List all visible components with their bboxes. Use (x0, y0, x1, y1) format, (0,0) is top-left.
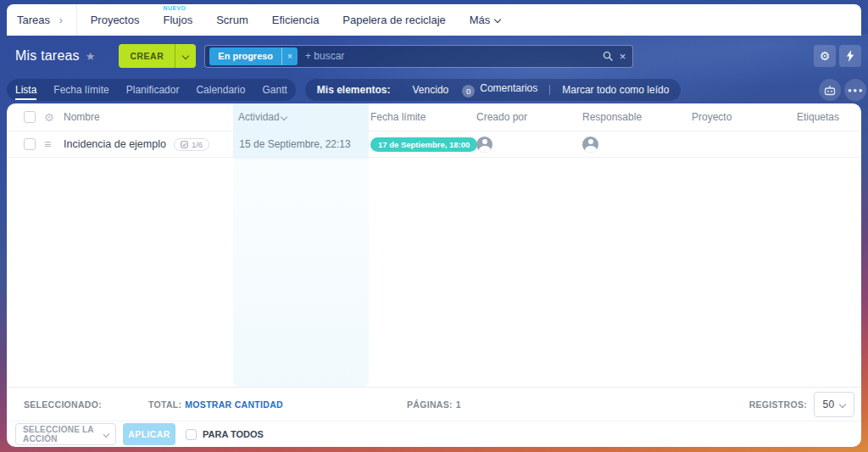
clear-search-icon[interactable]: × (620, 50, 626, 63)
task-deadline-cell: 17 de Septiembre, 18:00 (363, 137, 466, 152)
responsible-avatar[interactable] (582, 137, 598, 153)
checklist-progress: 1/6 (192, 140, 203, 149)
search-placeholder: + buscar (305, 50, 603, 62)
created-by-avatar[interactable] (476, 137, 492, 153)
nav-mas[interactable]: Más (470, 14, 501, 26)
column-etiquetas-label: Etiquetas (797, 111, 839, 123)
tab-gantt[interactable]: Gantt (253, 84, 295, 96)
create-button[interactable]: CREAR (119, 44, 196, 68)
search-icon[interactable] (603, 51, 614, 62)
tab-calendario[interactable]: Calendario (187, 84, 253, 96)
view-toolbar: Lista Fecha límite Planificador Calendar… (0, 76, 868, 103)
action-select[interactable]: SELECCIONE LA ACCIÓN (15, 423, 116, 445)
more-options-button[interactable]: ●●● (844, 79, 866, 101)
page-title: Mis tareas (15, 48, 80, 64)
total-group: TOTAL: MOSTRAR CANTIDAD (148, 399, 283, 410)
tab-fecha-limite-label: Fecha límite (53, 84, 108, 96)
column-nombre[interactable]: Nombre (64, 111, 227, 123)
task-activity-value: 15 de Septiembre, 22:13 (239, 138, 350, 150)
column-actividad-label: Actividad (238, 111, 280, 123)
column-responsable[interactable]: Responsable (572, 111, 675, 123)
show-count-link[interactable]: MOSTRAR CANTIDAD (185, 399, 283, 410)
row-checkbox-cell (24, 138, 44, 150)
tab-calendario-label: Calendario (196, 84, 245, 96)
task-name-cell[interactable]: Incidencia de ejemplo 1/6 (64, 138, 227, 151)
drag-handle[interactable]: ≡ (44, 137, 64, 151)
grid-settings-icon[interactable]: ⚙ (44, 111, 64, 124)
filter-tag[interactable]: En progreso × (209, 47, 298, 65)
row-checkbox[interactable] (24, 138, 36, 150)
nav-papelera-label: Papelera de reciclaje (342, 14, 445, 26)
remove-filter-icon[interactable]: × (281, 47, 298, 65)
mark-all-read-button[interactable]: Marcar todo como leído (562, 84, 669, 96)
create-dropdown-caret[interactable] (175, 44, 196, 68)
top-nav: Tareas › Proyectos NUEVO Flujos Scrum Ef… (7, 4, 861, 36)
ellipsis-icon: ●●● (848, 86, 864, 94)
nav-flujos-label: Flujos (163, 14, 192, 26)
checklist-badge[interactable]: 1/6 (174, 138, 209, 151)
comments-counter[interactable]: 0Comentarios (462, 82, 537, 98)
page-header: Mis tareas ★ CREAR En progreso × + busca… (0, 36, 868, 76)
for-all-option[interactable]: PARA TODOS (186, 429, 264, 440)
sort-caret-icon (280, 114, 287, 120)
apply-button[interactable]: APLICAR (123, 423, 175, 445)
create-button-label: CREAR (119, 44, 175, 68)
tab-fecha-limite[interactable]: Fecha límite (45, 84, 117, 96)
records-per-page-select[interactable]: 50 (814, 392, 854, 417)
comments-count-badge: 0 (462, 85, 475, 98)
tab-lista[interactable]: Lista (7, 84, 45, 96)
task-responsible-cell (572, 137, 675, 153)
column-nombre-label: Nombre (64, 111, 100, 123)
nav-eficiencia[interactable]: Eficiencia (272, 14, 320, 26)
chevron-right-icon: › (59, 14, 63, 26)
tab-planificador-label: Planificador (126, 84, 180, 96)
nav-tareas[interactable]: Tareas › (17, 14, 63, 26)
table-header: ⚙ Nombre Actividad Fecha límite Creado p… (7, 103, 861, 131)
nav-mas-label: Más (470, 14, 491, 26)
task-name[interactable]: Incidencia de ejemplo (64, 138, 166, 150)
column-creado-por-label: Creado por (476, 111, 527, 123)
column-creado-por[interactable]: Creado por (466, 111, 572, 123)
column-responsable-label: Responsable (582, 111, 642, 123)
chevron-down-icon (103, 431, 109, 437)
search-bar[interactable]: En progreso × + buscar × (204, 45, 633, 68)
column-fecha-limite[interactable]: Fecha límite (363, 111, 466, 123)
column-actividad[interactable]: Actividad (227, 111, 363, 123)
nav-tareas-label: Tareas (17, 14, 50, 26)
for-all-checkbox[interactable] (186, 429, 197, 440)
automation-button[interactable] (839, 45, 861, 67)
selected-label: SELECCIONADO: (24, 399, 102, 410)
table-row[interactable]: ≡ Incidencia de ejemplo 1/6 15 de Septie… (7, 131, 861, 158)
chevron-down-icon (839, 400, 846, 407)
toolbar-actions: ●●● (819, 79, 866, 101)
task-list-panel: ⚙ Nombre Actividad Fecha límite Creado p… (7, 103, 861, 447)
nav-flujos[interactable]: NUEVO Flujos (163, 14, 192, 26)
task-activity-cell: 15 de Septiembre, 22:13 (227, 138, 363, 150)
for-all-label: PARA TODOS (203, 429, 264, 439)
nav-scrum[interactable]: Scrum (216, 14, 248, 26)
counters-bar: Mis elementos: Vencido 0Comentarios Marc… (305, 79, 682, 101)
tab-planificador[interactable]: Planificador (118, 84, 188, 96)
select-all-checkbox[interactable] (24, 111, 36, 123)
column-etiquetas[interactable]: Etiquetas (776, 111, 861, 123)
group-action-bar: SELECCIONE LA ACCIÓN APLICAR PARA TODOS (7, 421, 861, 447)
overdue-filter[interactable]: Vencido (413, 84, 449, 96)
favorite-star-icon[interactable]: ★ (86, 50, 96, 63)
lightning-icon (846, 50, 854, 62)
column-proyecto-label: Proyecto (692, 111, 732, 123)
pages-value: 1 (456, 399, 461, 410)
chevron-down-icon (182, 53, 189, 59)
task-created-by-cell (466, 137, 572, 153)
settings-button[interactable]: ⚙ (814, 45, 836, 67)
nav-papelera[interactable]: Papelera de reciclaje (342, 14, 445, 26)
tab-lista-label: Lista (15, 84, 36, 100)
nav-proyectos[interactable]: Proyectos (91, 14, 140, 26)
counters-divider (549, 85, 550, 95)
filter-tag-label: En progreso (209, 47, 281, 65)
robot-button[interactable] (819, 79, 841, 101)
column-proyecto[interactable]: Proyecto (675, 111, 776, 123)
deadline-badge[interactable]: 17 de Septiembre, 18:00 (370, 137, 477, 152)
search-bar-icons: × (603, 50, 626, 63)
checklist-icon (181, 141, 188, 148)
empty-list-area (7, 158, 861, 387)
